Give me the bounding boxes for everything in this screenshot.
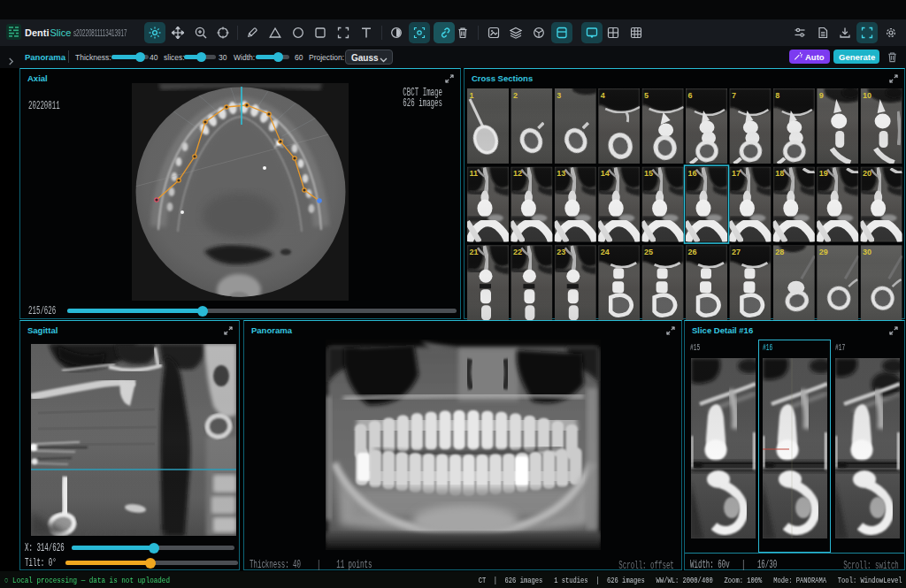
- svg-text:11: 11: [470, 169, 479, 178]
- svg-text:18: 18: [775, 169, 784, 178]
- svg-text:21: 21: [470, 248, 479, 256]
- svg-text:23: 23: [557, 248, 565, 256]
- svg-text:10: 10: [863, 91, 871, 100]
- svg-text:20: 20: [863, 169, 871, 178]
- svg-text:19: 19: [819, 169, 828, 178]
- svg-text:7: 7: [732, 91, 736, 100]
- svg-text:25: 25: [644, 248, 653, 256]
- svg-text:12: 12: [513, 169, 522, 178]
- svg-text:28: 28: [775, 248, 784, 256]
- svg-text:14: 14: [601, 169, 610, 178]
- svg-text:16: 16: [688, 169, 697, 178]
- svg-text:30: 30: [863, 248, 871, 256]
- svg-text:1: 1: [470, 91, 474, 100]
- svg-text:22: 22: [513, 248, 522, 256]
- svg-text:29: 29: [819, 248, 828, 256]
- svg-text:4: 4: [601, 91, 605, 100]
- svg-text:8: 8: [775, 91, 779, 100]
- svg-text:3: 3: [557, 91, 561, 100]
- svg-text:17: 17: [732, 169, 741, 178]
- svg-text:2: 2: [513, 91, 518, 100]
- svg-text:5: 5: [644, 91, 649, 100]
- svg-text:13: 13: [557, 169, 565, 178]
- svg-text:24: 24: [601, 248, 610, 256]
- svg-text:6: 6: [688, 91, 693, 100]
- svg-text:15: 15: [644, 169, 653, 178]
- svg-text:27: 27: [732, 248, 741, 256]
- svg-text:26: 26: [688, 248, 697, 256]
- svg-text:9: 9: [819, 91, 824, 100]
